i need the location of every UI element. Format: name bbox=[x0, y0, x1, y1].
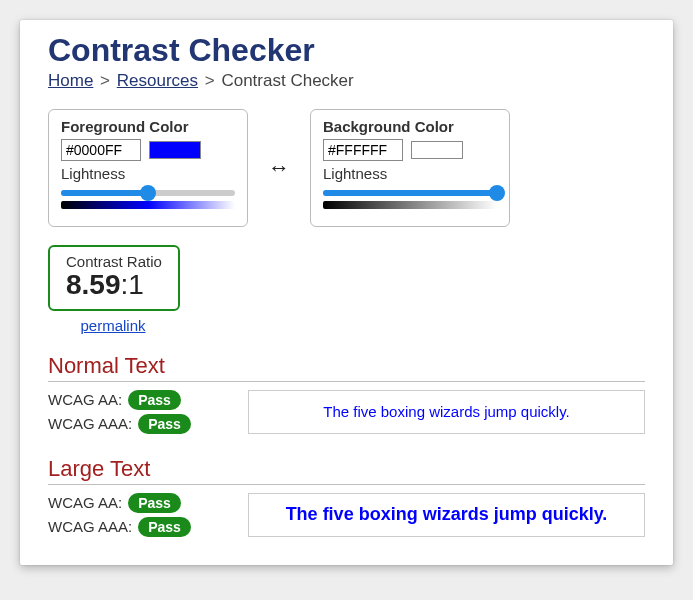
normal-text-heading: Normal Text bbox=[48, 353, 645, 382]
background-label: Background Color bbox=[323, 118, 497, 135]
background-swatch[interactable] bbox=[411, 141, 463, 159]
breadcrumb: Home > Resources > Contrast Checker bbox=[48, 71, 645, 91]
swap-colors-icon[interactable]: ↔ bbox=[268, 155, 290, 181]
large-aa-label: WCAG AA: bbox=[48, 494, 122, 511]
normal-aaa-label: WCAG AAA: bbox=[48, 415, 132, 432]
contrast-checker-card: Contrast Checker Home > Resources > Cont… bbox=[20, 20, 673, 565]
foreground-hex-input[interactable] bbox=[61, 139, 141, 161]
page-title: Contrast Checker bbox=[48, 32, 645, 69]
background-hex-input[interactable] bbox=[323, 139, 403, 161]
normal-sample-box: The five boxing wizards jump quickly. bbox=[248, 390, 645, 434]
large-text-results: WCAG AA: Pass WCAG AAA: Pass bbox=[48, 493, 228, 541]
normal-aa-label: WCAG AA: bbox=[48, 391, 122, 408]
large-aaa-label: WCAG AAA: bbox=[48, 518, 132, 535]
large-aaa-badge: Pass bbox=[138, 517, 191, 537]
large-sample-box: The five boxing wizards jump quickly. bbox=[248, 493, 645, 537]
contrast-ratio-box: Contrast Ratio 8.59:1 bbox=[48, 245, 180, 311]
breadcrumb-home[interactable]: Home bbox=[48, 71, 93, 90]
breadcrumb-resources[interactable]: Resources bbox=[117, 71, 198, 90]
foreground-label: Foreground Color bbox=[61, 118, 235, 135]
foreground-lightness-slider[interactable] bbox=[61, 186, 235, 212]
background-lightness-label: Lightness bbox=[323, 165, 497, 182]
contrast-ratio-suffix: :1 bbox=[121, 269, 144, 300]
normal-aa-badge: Pass bbox=[128, 390, 181, 410]
large-text-heading: Large Text bbox=[48, 456, 645, 485]
normal-text-results: WCAG AA: Pass WCAG AAA: Pass bbox=[48, 390, 228, 438]
normal-aaa-badge: Pass bbox=[138, 414, 191, 434]
permalink-link[interactable]: permalink bbox=[80, 317, 145, 334]
background-lightness-slider[interactable] bbox=[323, 186, 497, 212]
large-sample-text: The five boxing wizards jump quickly. bbox=[286, 504, 608, 525]
breadcrumb-sep-1: > bbox=[100, 71, 110, 90]
breadcrumb-current: Contrast Checker bbox=[221, 71, 353, 90]
contrast-ratio-title: Contrast Ratio bbox=[66, 253, 162, 270]
large-aa-badge: Pass bbox=[128, 493, 181, 513]
foreground-swatch[interactable] bbox=[149, 141, 201, 159]
foreground-lightness-label: Lightness bbox=[61, 165, 235, 182]
breadcrumb-sep-2: > bbox=[205, 71, 215, 90]
foreground-panel: Foreground Color Lightness bbox=[48, 109, 248, 227]
contrast-ratio-value: 8.59 bbox=[66, 269, 121, 300]
normal-sample-text: The five boxing wizards jump quickly. bbox=[323, 403, 570, 420]
background-panel: Background Color Lightness bbox=[310, 109, 510, 227]
